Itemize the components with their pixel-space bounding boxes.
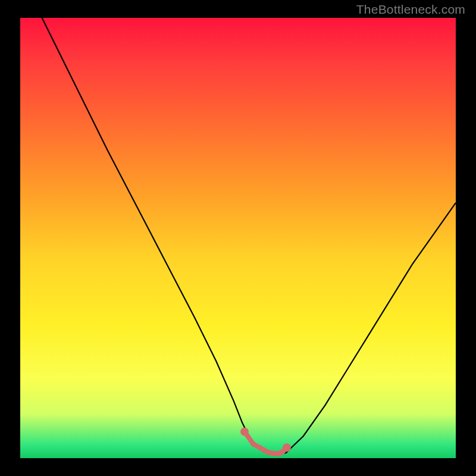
bottleneck-curve — [42, 18, 456, 454]
marker-dot — [250, 441, 256, 447]
chart-stage: TheBottleneck.com — [0, 0, 476, 476]
plot-area — [20, 18, 456, 458]
marker-dot — [283, 443, 291, 452]
marker-dot — [266, 450, 271, 455]
watermark-text: TheBottleneck.com — [356, 2, 465, 17]
curve-markers — [240, 428, 291, 457]
chart-svg — [20, 18, 456, 458]
marker-dot — [240, 428, 249, 436]
